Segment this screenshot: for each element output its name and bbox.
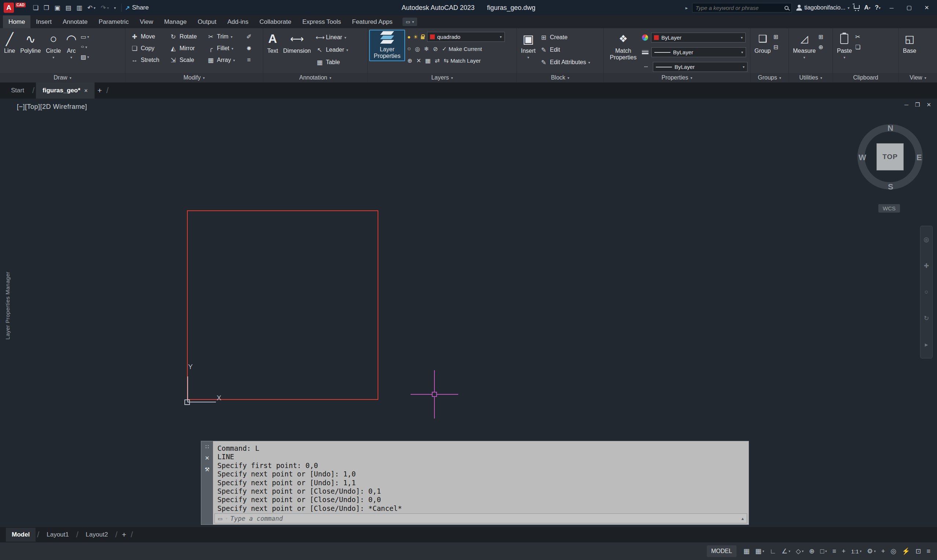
block-panel-title[interactable]: Block▾ <box>517 73 603 83</box>
file-tab-start[interactable]: Start <box>5 83 31 98</box>
viewport-close-icon[interactable]: ✕ <box>926 102 931 108</box>
object-snap-button[interactable]: □▾ <box>818 545 829 557</box>
rotate-button[interactable]: ↻Rotate <box>169 32 202 42</box>
linetype-select[interactable]: ByLayer ▾ <box>653 62 748 72</box>
erase-button[interactable]: ✐ <box>245 32 258 42</box>
copy-button[interactable]: ❏Copy <box>131 44 164 53</box>
group-button[interactable]: ❑ Group <box>752 30 773 56</box>
autocad-logo[interactable]: A <box>4 3 14 13</box>
file-tab-active[interactable]: figuras_geo* ✕ <box>36 83 95 98</box>
tab-collaborate[interactable]: Collaborate <box>254 15 297 28</box>
layer-on-button[interactable]: ● <box>407 34 411 40</box>
app-store-button[interactable] <box>854 6 860 9</box>
leader-button[interactable]: ↖Leader▾ <box>315 45 348 55</box>
create-block-button[interactable]: ⊞Create <box>540 32 590 42</box>
group-edit-button[interactable]: ⊞ <box>773 33 778 40</box>
text-button[interactable]: A Text <box>265 30 280 56</box>
new-file-button[interactable]: ❏ <box>31 2 41 13</box>
move-button[interactable]: ✚Move <box>131 32 164 42</box>
viewport-controls[interactable]: [−][Top][2D Wireframe] <box>17 103 87 111</box>
copy-clip-button[interactable]: ❏ <box>855 44 860 51</box>
tab-add-ins[interactable]: Add-ins <box>222 15 254 28</box>
annotation-scale-button[interactable]: 1:1▾ <box>849 545 864 557</box>
command-prompt-icon[interactable]: ▭ <box>218 515 223 522</box>
layers-panel-title[interactable]: Layers▾ <box>368 73 517 83</box>
minimize-button[interactable]: ─ <box>885 2 898 14</box>
qat-customize-button[interactable]: ▾ <box>112 2 118 13</box>
annotation-scale-caret-icon[interactable]: ▾ <box>860 549 862 553</box>
undo-caret-icon[interactable]: ▾ <box>94 6 96 10</box>
lineweight-select[interactable]: ByLayer ▾ <box>651 47 746 57</box>
rectangle-button[interactable]: ▭▾ <box>81 33 89 40</box>
viewcube-south[interactable]: S <box>888 182 893 192</box>
object-snap-tracking-button[interactable]: ⊕ <box>807 545 817 557</box>
view-panel-title[interactable]: View▾ <box>899 73 937 83</box>
layer-select[interactable]: quadrado ▾ <box>427 32 505 42</box>
isometric-drafting-caret-icon[interactable]: ▾ <box>802 549 804 553</box>
layer-delete-button[interactable]: ✕ <box>416 57 421 64</box>
layer-unlock-button[interactable] <box>421 34 425 39</box>
polar-tracking-button[interactable]: ∠▾ <box>779 545 792 557</box>
match-layer-button[interactable]: ⇆Match Layer <box>443 57 481 64</box>
scale-button[interactable]: ⇲Scale <box>169 55 202 65</box>
command-input[interactable]: ▭ ▾ Type a command ▴ <box>214 514 747 523</box>
make-current-button[interactable]: ✓Make Current <box>442 45 482 52</box>
modify-panel-title[interactable]: Modify▾ <box>125 73 263 83</box>
layer-lock-button[interactable]: ⊘ <box>433 45 438 52</box>
dynamic-input-button[interactable]: + <box>840 545 848 557</box>
line-button[interactable]: ╱ Line <box>2 30 18 56</box>
ribbon-display-toggle[interactable]: ▭ ▾ <box>403 18 417 26</box>
isolate-objects-button[interactable]: ◎ <box>888 545 899 557</box>
dimension-button[interactable]: ⟷ Dimension <box>280 30 314 56</box>
circle-caret-icon[interactable]: ▾ <box>52 55 54 59</box>
tab-express-tools[interactable]: Express Tools <box>297 15 347 28</box>
steering-wheel-icon[interactable]: ◎ <box>924 235 929 243</box>
arc-button[interactable]: ◠ Arc ▾ <box>63 30 79 61</box>
help-button[interactable]: ?▾ <box>875 4 880 11</box>
layer-properties-manager-palette-tab[interactable]: Layer Properties Manager <box>2 254 12 357</box>
object-snap-caret-icon[interactable]: ▾ <box>825 549 827 553</box>
tab-featured-apps[interactable]: Featured Apps <box>346 15 398 28</box>
cut-button[interactable]: ✂ <box>855 33 860 40</box>
object-color-select[interactable]: ByLayer ▾ <box>651 32 746 43</box>
close-button[interactable]: ✕ <box>920 2 933 14</box>
groups-panel-title[interactable]: Groups▾ <box>751 73 789 83</box>
viewcube-west[interactable]: W <box>859 153 866 162</box>
layer-freeze-button[interactable]: ❄ <box>424 45 429 52</box>
graphics-performance-button[interactable]: ⚡ <box>900 545 912 557</box>
layer-copy-button[interactable]: ⇄ <box>435 57 440 64</box>
tab-manage[interactable]: Manage <box>159 15 192 28</box>
tab-insert[interactable]: Insert <box>31 15 57 28</box>
drawing-area[interactable]: [−][Top][2D Wireframe] ─ ❐ ✕ N W E S TOP… <box>0 98 937 527</box>
match-properties-button[interactable]: ❖ Match Properties <box>605 30 641 63</box>
layout-tab-model[interactable]: Model <box>6 528 35 542</box>
save-button[interactable]: ▣ <box>52 2 62 13</box>
lineweight-display-button[interactable]: ≡ <box>830 545 839 557</box>
annotation-monitor-button[interactable]: + <box>879 545 888 557</box>
mirror-button[interactable]: ◭Mirror <box>169 44 202 53</box>
hatch-button[interactable]: ▨▾ <box>81 54 89 60</box>
orbit-icon[interactable]: ↻ <box>924 314 929 322</box>
showmotion-icon[interactable]: ▸ <box>925 341 928 349</box>
edit-block-button[interactable]: ✎Edit <box>540 45 590 55</box>
command-grip-icon[interactable]: ∷ <box>205 443 209 450</box>
explode-button[interactable]: ✸ <box>245 44 258 53</box>
tab-parametric[interactable]: Parametric <box>93 15 134 28</box>
clipboard-panel-title[interactable]: Clipboard <box>833 73 899 83</box>
tab-annotate[interactable]: Annotate <box>57 15 93 28</box>
layout-tab-layout1[interactable]: Layout1 <box>41 528 75 542</box>
isometric-drafting-button[interactable]: ◇▾ <box>794 545 806 557</box>
stretch-button[interactable]: ↔Stretch <box>131 55 164 65</box>
command-customize-icon[interactable]: ⚒ <box>205 466 209 473</box>
command-window[interactable]: ∷ ✕ ⚒ Command: L LINE Specify first poin… <box>201 441 749 525</box>
snap-mode-caret-icon[interactable]: ▾ <box>763 549 764 553</box>
utilities-panel-title[interactable]: Utilities▾ <box>789 73 832 83</box>
command-close-icon[interactable]: ✕ <box>205 455 210 462</box>
customization-button[interactable]: ≡ <box>924 545 932 557</box>
draw-panel-title[interactable]: Draw▾ <box>0 73 125 83</box>
maximize-button[interactable]: ▢ <box>903 2 916 14</box>
layer-walk-button[interactable]: ▦ <box>425 57 431 64</box>
fillet-button[interactable]: ╭Fillet▾ <box>207 44 240 53</box>
share-button[interactable]: ↗ Share <box>125 4 149 11</box>
save-as-button[interactable]: ▤ <box>63 2 73 13</box>
